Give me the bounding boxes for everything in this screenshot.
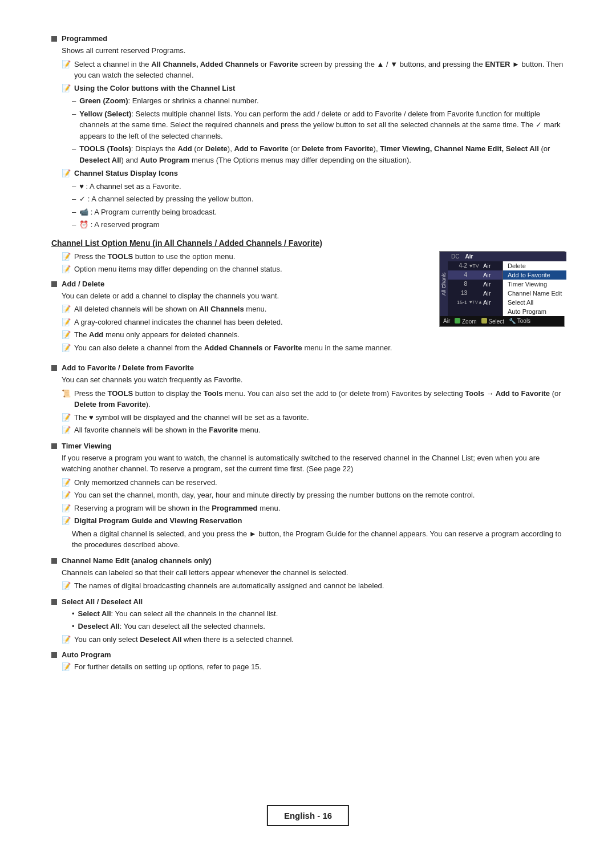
bullet-icon-5 <box>51 558 57 564</box>
note-item-2: 📝 Using the Color buttons with the Chann… <box>62 83 565 94</box>
ch-num-1: 4-2 <box>450 262 467 269</box>
add-fav-note-text-2: The ♥ symbol will be displayed and the c… <box>74 412 565 423</box>
bullet-icon <box>51 36 57 42</box>
tv-sidebar-label: All Chanls <box>440 252 448 316</box>
ch-name-1: Air <box>483 262 500 269</box>
timer-note-text-3: Reserving a program will be shown in the… <box>74 503 565 514</box>
note-icon-tv3: 📝 <box>62 503 71 514</box>
dot-marker-2: • <box>72 621 75 632</box>
add-favorite-header: Add to Favorite / Delete from Favorite <box>51 363 565 372</box>
timer-note-2: 📝 You can set the channel, month, day, y… <box>62 490 565 501</box>
timer-note-1: 📝 Only memorized channels can be reserve… <box>62 477 565 488</box>
tv-option-auto-program: Auto Program <box>503 307 566 316</box>
add-fav-note-1: 📜 Press the TOOLS button to display the … <box>62 388 565 410</box>
note-icon-af3: 📝 <box>62 424 71 436</box>
dash-tools: – TOOLS (Tools): Displays the Add (or De… <box>72 143 565 165</box>
ch-num-3: 8 <box>450 281 467 287</box>
note-icon-c2: 📝 <box>62 264 71 275</box>
footer-bar: English - 16 <box>267 805 349 826</box>
note-icon-1: 📝 <box>62 59 71 70</box>
add-delete-note-text-4: You can also delete a channel from the A… <box>74 342 428 354</box>
cne-note-text-1: The names of digital broadcasting channe… <box>74 580 565 592</box>
tv-option-delete: Delete <box>503 261 566 270</box>
timer-note-text-2: You can set the channel, month, day, yea… <box>74 490 565 501</box>
content-with-image: 📝 Press the TOOLS button to use the opti… <box>51 251 565 358</box>
note-item-1: 📝 Select a channel in the All Channels, … <box>62 59 565 81</box>
note-icon-af1: 📜 <box>62 388 71 399</box>
add-delete-note-text-3: The Add menu only appears for deleted ch… <box>74 329 428 341</box>
bullet-icon-7 <box>51 652 57 658</box>
select-all-title: Select All / Deselect All <box>62 597 143 606</box>
dot-marker-1: • <box>72 608 75 620</box>
add-delete-body: You can delete or add a channel to displ… <box>62 290 428 302</box>
timer-note-4: 📝 Digital Program Guide and Viewing Rese… <box>62 515 565 527</box>
tv-option-favorite: Add to Favorite <box>503 270 566 280</box>
tv-menu-image: All Chanls DC Air 4-2 ♥TV <box>439 251 565 327</box>
status-broadcast: – 📹 : A Program currently being broadcas… <box>72 207 565 218</box>
ch-num-5: 15-1 <box>450 300 467 305</box>
status-heart-text: ♥ : A channel set as a Favorite. <box>79 181 181 192</box>
channel-note-1: 📝 Press the TOOLS button to use the opti… <box>62 251 428 262</box>
note-icon-tv4: 📝 <box>62 515 71 527</box>
ch-name-2: Air <box>483 272 500 278</box>
channel-list-option-section: Channel List Option Menu (in All Channel… <box>51 238 565 358</box>
channel-name-edit-header: Channel Name Edit (analog channels only) <box>51 556 565 565</box>
timer-note-text-1: Only memorized channels can be reserved. <box>74 477 565 488</box>
add-delete-note-text-1: All deleted channels will be shown on Al… <box>74 304 428 315</box>
ch-icon-1: ♥TV <box>469 263 481 269</box>
auto-program-header: Auto Program <box>51 650 565 659</box>
status-broadcast-text: 📹 : A Program currently being broadcast. <box>79 207 217 218</box>
tv-rows-options: 4-2 ♥TV Air 4 Air <box>448 261 566 316</box>
note-icon-ap1: 📝 <box>62 661 71 673</box>
tv-content: DC Air 4-2 ♥TV Air <box>448 252 566 316</box>
channel-list-option-title: Channel List Option Menu (in All Channel… <box>51 238 565 248</box>
dash-tools-text: TOOLS (Tools): Displays the Add (or Dele… <box>79 143 565 165</box>
add-delete-note-3: 📝 The Add menu only appears for deleted … <box>62 329 428 341</box>
note-icon-3: 📝 <box>62 168 71 179</box>
status-reserved: – ⏰ : A reserved program <box>72 219 565 231</box>
ap-note-1: 📝 For further details on setting up opti… <box>62 661 565 673</box>
tv-footer: Air Zoom Select 🔧 Tools <box>440 316 564 326</box>
timer-viewing-body: If you reserve a program you want to wat… <box>62 452 565 475</box>
add-fav-note-2: 📝 The ♥ symbol will be displayed and the… <box>62 412 565 423</box>
tv-row-1: 4-2 ♥TV Air <box>448 261 502 270</box>
ch-icon-5: ♥TV▲ <box>469 300 481 305</box>
auto-program-section: Auto Program 📝 For further details on se… <box>51 650 565 673</box>
add-delete-note-1: 📝 All deleted channels will be shown on … <box>62 304 428 315</box>
bullet-icon-6 <box>51 599 57 605</box>
select-all-text: Select All: You can select all the chann… <box>78 608 278 620</box>
timer-note-text-4: Digital Program Guide and Viewing Reserv… <box>74 515 565 527</box>
tv-row-2: 4 Air <box>448 270 502 280</box>
auto-program-title: Auto Program <box>62 650 111 659</box>
note-icon-2: 📝 <box>62 83 71 94</box>
bullet-icon-4 <box>51 443 57 449</box>
note-text-2: Using the Color buttons with the Channel… <box>74 83 565 94</box>
note-icon-tv1: 📝 <box>62 477 71 488</box>
tv-option-timer: Timer Viewing <box>503 280 566 289</box>
note-text-1: Select a channel in the All Channels, Ad… <box>74 59 565 81</box>
ch-num-2: 4 <box>450 272 467 278</box>
tv-menu-header: DC Air <box>448 252 566 261</box>
digital-guide-body: When a digital channel is selected, and … <box>72 528 565 551</box>
sa-note-text-1: You can only select Deselect All when th… <box>74 634 565 645</box>
ap-note-text-1: For further details on setting up option… <box>74 661 565 673</box>
channel-name-edit-body: Channels can labeled so that their call … <box>62 567 565 579</box>
channel-name-edit-section: Channel Name Edit (analog channels only)… <box>51 556 565 592</box>
programmed-body: Shows all current reserved Programs. <box>62 45 565 56</box>
note-icon-cne1: 📝 <box>62 580 71 592</box>
channel-status-title: Channel Status Display Icons <box>74 168 565 179</box>
bullet-icon-3 <box>51 365 57 371</box>
dash-yellow-text: Yellow (Select): Selects multiple channe… <box>79 108 565 142</box>
deselect-all-text: Deselect All: You can deselect all the s… <box>78 621 265 632</box>
timer-viewing-header: Timer Viewing <box>51 442 565 450</box>
channel-note-2: 📝 Option menu items may differ depending… <box>62 264 428 275</box>
add-favorite-title: Add to Favorite / Delete from Favorite <box>62 363 194 372</box>
dash-m5: – <box>72 193 76 205</box>
note-icon-ad1: 📝 <box>62 304 71 315</box>
dash-m7: – <box>72 219 76 231</box>
add-delete-note-4: 📝 You can also delete a channel from the… <box>62 342 428 354</box>
status-check: – ✓ : A channel selected by pressing the… <box>72 193 565 205</box>
channel-name-edit-title: Channel Name Edit (analog channels only) <box>62 556 212 565</box>
add-fav-note-3: 📝 All favorite channels will be shown in… <box>62 424 565 436</box>
tv-footer-tools: 🔧 Tools <box>509 318 530 325</box>
